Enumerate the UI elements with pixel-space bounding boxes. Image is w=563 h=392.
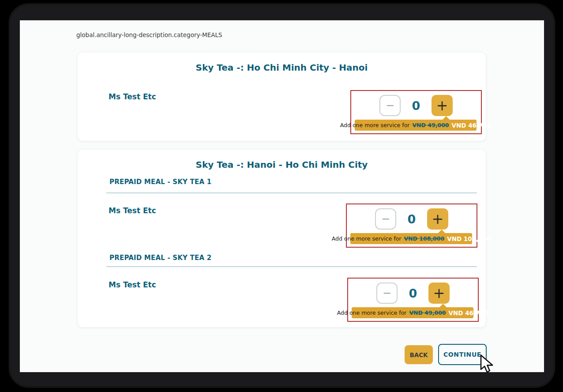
decrease-button[interactable]: − xyxy=(376,283,398,304)
passenger-name: Ms Test Etc xyxy=(109,280,156,289)
new-price: VND 103,000 xyxy=(447,235,491,242)
back-button[interactable]: BACK xyxy=(405,345,433,364)
old-price: VND 49,000 xyxy=(412,122,449,128)
quantity-value: 0 xyxy=(408,286,418,300)
section-divider xyxy=(106,192,477,193)
old-price: VND 49,000 xyxy=(409,309,446,316)
minus-icon: − xyxy=(383,288,391,298)
plus-icon: + xyxy=(436,98,448,113)
quantity-stepper: − 0 + xyxy=(347,208,477,230)
window-frame: global.ancillary-long-description.catego… xyxy=(9,4,555,388)
tooltip-text: Add one more service for xyxy=(332,235,402,242)
quantity-value: 0 xyxy=(411,99,421,113)
segment-title: Sky Tea -: Ho Chi Minh City - Hanoi xyxy=(78,53,486,73)
plus-icon: + xyxy=(432,212,444,226)
passenger-name: Ms Test Etc xyxy=(109,92,156,101)
quantity-stepper: − 0 + xyxy=(351,95,481,116)
price-tooltip: Add one more service for VND 49,000 VND … xyxy=(355,120,477,131)
flight-segment-card-2: Sky Tea -: Hanoi - Ho Chi Minh City PREP… xyxy=(78,150,486,327)
category-label: global.ancillary-long-description.catego… xyxy=(76,31,222,38)
plus-icon: + xyxy=(433,286,445,300)
price-tooltip: Add one more service for VND 108,000 VND… xyxy=(350,233,472,244)
increase-button[interactable]: + xyxy=(428,283,450,304)
tooltip-text: Add one more service for xyxy=(337,309,407,316)
quantity-stepper: − 0 + xyxy=(348,283,478,304)
meal-section-heading: PREPAID MEAL - SKY TEA 1 xyxy=(109,178,211,186)
section-divider xyxy=(106,266,477,267)
decrease-button[interactable]: − xyxy=(379,95,401,116)
decrease-button[interactable]: − xyxy=(375,208,396,230)
increase-button[interactable]: + xyxy=(427,208,448,230)
continue-button[interactable]: CONTINUE xyxy=(438,344,487,365)
old-price: VND 108,000 xyxy=(404,235,444,242)
minus-icon: − xyxy=(386,100,394,111)
flight-segment-card-1: Sky Tea -: Ho Chi Minh City - Hanoi Ms T… xyxy=(78,53,486,141)
stepper-highlight-box: − 0 + Add one more service for VND 108,0… xyxy=(346,204,477,248)
price-tooltip: Add one more service for VND 49,000 VND … xyxy=(352,307,473,318)
stepper-highlight-box: − 0 + Add one more service for VND 49,00… xyxy=(347,278,479,322)
minus-icon: − xyxy=(381,214,390,224)
new-price: VND 46,750 xyxy=(449,309,488,317)
meal-section-heading: PREPAID MEAL - SKY TEA 2 xyxy=(109,254,211,262)
passenger-name: Ms Test Etc xyxy=(109,206,156,215)
quantity-value: 0 xyxy=(407,212,417,226)
new-price: VND 46,750 xyxy=(452,122,492,129)
page-content: global.ancillary-long-description.catego… xyxy=(20,20,544,372)
tooltip-text: Add one more service for xyxy=(340,122,410,128)
increase-button[interactable]: + xyxy=(432,95,453,116)
segment-title: Sky Tea -: Hanoi - Ho Chi Minh City xyxy=(78,150,486,170)
stepper-highlight-box: − 0 + Add one more service for VND 49,00… xyxy=(350,90,482,134)
